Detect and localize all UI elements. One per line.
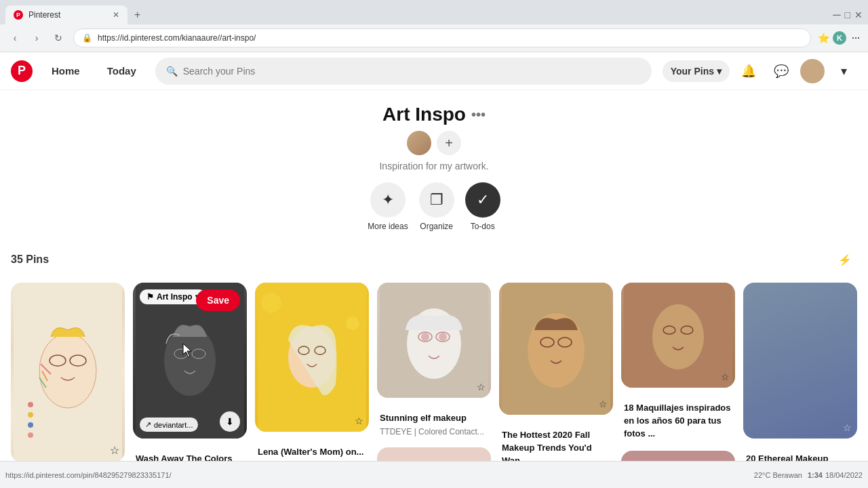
svg-point-7	[28, 402, 33, 407]
pin-info-elf: Stunning elf makeup TTDEYE | Colored Con…	[377, 406, 491, 439]
pin-card-hottest[interactable]: ☆	[499, 283, 613, 415]
pinterest-logo[interactable]: P	[11, 60, 33, 82]
external-link-icon: ↗	[145, 420, 151, 429]
board-options-btn[interactable]: •••	[471, 107, 486, 123]
notifications-btn[interactable]: 🔔	[735, 58, 762, 85]
chevron-icon: ▾	[717, 66, 722, 77]
board-title: Art Inspo •••	[0, 104, 868, 125]
save-button-deviantart[interactable]: Save	[196, 289, 240, 311]
messages-btn[interactable]: 💬	[768, 58, 795, 85]
pin-card-deviantart[interactable]: ⚑ Art Inspo ▾ Save ↗ deviantart... ⬇	[133, 283, 247, 439]
hottest-art-svg	[499, 283, 613, 415]
pin-card-elf[interactable]: ☆	[377, 283, 491, 398]
pin-title-hottest: The Hottest 2020 Fall Makeup Trends You'…	[502, 430, 592, 466]
yellow-art-svg	[255, 283, 369, 432]
more-options-icon[interactable]: ⋯	[849, 31, 863, 45]
source-tag-deviantart[interactable]: ↗ deviantart...	[140, 418, 198, 432]
pin-card-sketch[interactable]: ☆	[11, 283, 125, 462]
status-date: 18/04/2022	[825, 471, 863, 479]
profile-icon[interactable]: K	[833, 31, 846, 45]
more-ideas-icon: ✦	[370, 182, 406, 218]
svg-point-20	[346, 317, 359, 330]
pin-title-elf: Stunning elf makeup	[380, 413, 467, 423]
url-bar[interactable]: 🔒 https://id.pinterest.com/kianaaure//ar…	[73, 28, 811, 47]
save-star-bluegray[interactable]: ☆	[843, 422, 852, 433]
pin-title-maquillajes: 18 Maquillajes inspirados en los años 60…	[624, 403, 731, 439]
save-star-elf[interactable]: ☆	[477, 382, 486, 392]
save-star-maquillajes[interactable]: ☆	[721, 371, 730, 382]
download-btn-deviantart[interactable]: ⬇	[220, 411, 240, 432]
organize-btn[interactable]: ❐ Organize	[419, 182, 454, 231]
board-description: Inspiration for my artwork.	[0, 161, 868, 171]
pin-col-5: ☆ The Hottest 2020 Fall Makeup Trends Yo…	[499, 283, 613, 488]
forward-button[interactable]: ›	[27, 28, 46, 47]
pins-header: 35 Pins ⚡	[11, 242, 857, 272]
nav-buttons: ‹ › ↻	[5, 28, 68, 47]
back-button[interactable]: ‹	[5, 28, 24, 47]
maquillajes-art-svg	[621, 283, 735, 388]
filter-btn[interactable]: ⚡	[833, 247, 857, 272]
organize-icon: ❐	[419, 182, 454, 218]
pin-col-4: ☆ Stunning elf makeup TTDEYE | Colored C…	[377, 283, 491, 488]
nav-dropdown-btn[interactable]: ▾	[830, 58, 857, 85]
nav-today[interactable]: Today	[99, 60, 144, 82]
save-star-hottest[interactable]: ☆	[599, 399, 608, 409]
board-header: Art Inspo ••• + Inspiration for my artwo…	[0, 90, 868, 242]
tab-favicon	[14, 10, 23, 20]
restore-btn[interactable]: □	[845, 9, 850, 20]
extensions-icon[interactable]: ⭐	[816, 31, 830, 45]
board-tag-icon: ⚑	[146, 292, 154, 302]
more-ideas-btn[interactable]: ✦ More ideas	[368, 182, 408, 231]
top-nav: P Home Today 🔍 Your Pins ▾ 🔔 💬 ▾	[0, 52, 868, 90]
pin-col-3: ☆ Lena (Walter's Mom) on... R resitovic …	[255, 283, 369, 488]
save-star-btn[interactable]: ☆	[110, 444, 119, 457]
tab-bar: Pinterest ✕ + ─ □ ✕	[0, 0, 868, 24]
address-bar: ‹ › ↻ 🔒 https://id.pinterest.com/kianaau…	[0, 24, 868, 52]
browser-actions: ⭐ K ⋯	[816, 31, 863, 45]
pin-col-7: ☆ 20 Ethereal Makeup Transformations to …	[743, 283, 857, 488]
browser-chrome: Pinterest ✕ + ─ □ ✕ ‹ › ↻ 🔒 https://id.p…	[0, 0, 868, 52]
lock-icon: 🔒	[82, 33, 92, 43]
search-bar[interactable]: 🔍	[155, 58, 652, 85]
tab-close-btn[interactable]: ✕	[113, 10, 119, 20]
pin-card-maquillajes[interactable]: ☆	[621, 283, 735, 388]
status-weather: 22°C Berawan	[754, 471, 802, 479]
save-star-yellow[interactable]: ☆	[355, 415, 363, 426]
your-pins-label: Your Pins	[671, 66, 714, 77]
svg-point-9	[28, 422, 33, 428]
pin-card-bluegray[interactable]: ☆	[743, 283, 857, 439]
pins-count: 35 Pins	[11, 253, 49, 266]
pin-author-elf: TTDEYE | Colored Contact...	[380, 427, 488, 436]
search-input[interactable]	[183, 66, 641, 77]
status-bar: https://id.pinterest.com/pin/84829527982…	[0, 461, 868, 488]
pin-title-yellow: Lena (Walter's Mom) on...	[258, 447, 363, 457]
board-title-text: Art Inspo	[382, 104, 466, 125]
svg-point-10	[28, 432, 33, 438]
pin-col-1: ☆ Harrinson	[11, 283, 125, 488]
more-ideas-label: More ideas	[368, 222, 408, 231]
close-btn[interactable]: ✕	[854, 9, 863, 20]
collab-avatar[interactable]	[407, 131, 431, 155]
svg-point-19	[261, 293, 281, 313]
svg-point-25	[421, 333, 429, 341]
svg-point-26	[439, 333, 447, 341]
avatar-btn[interactable]	[800, 59, 825, 83]
search-icon: 🔍	[166, 66, 178, 77]
minimize-btn[interactable]: ─	[833, 9, 840, 21]
elf-art-svg	[377, 283, 491, 398]
todos-label: To-dos	[471, 222, 495, 231]
svg-point-32	[652, 304, 704, 369]
pin-info-maquillajes: 18 Maquillajes inspirados en los años 60…	[621, 396, 735, 443]
pin-col-6: ☆ 18 Maquillajes inspirados en los años …	[621, 283, 735, 488]
refresh-button[interactable]: ↻	[49, 28, 68, 47]
add-collaborator-btn[interactable]: +	[437, 131, 461, 155]
nav-home[interactable]: Home	[43, 60, 88, 82]
sketch-art-svg	[11, 283, 125, 462]
your-pins-btn[interactable]: Your Pins ▾	[663, 60, 730, 82]
new-tab-button[interactable]: +	[130, 9, 144, 21]
todos-btn[interactable]: ✓ To-dos	[465, 182, 500, 231]
active-tab[interactable]: Pinterest ✕	[5, 5, 127, 24]
todos-icon: ✓	[465, 182, 500, 218]
pin-card-yellow[interactable]: ☆	[255, 283, 369, 432]
status-url: https://id.pinterest.com/pin/84829527982…	[5, 471, 754, 479]
